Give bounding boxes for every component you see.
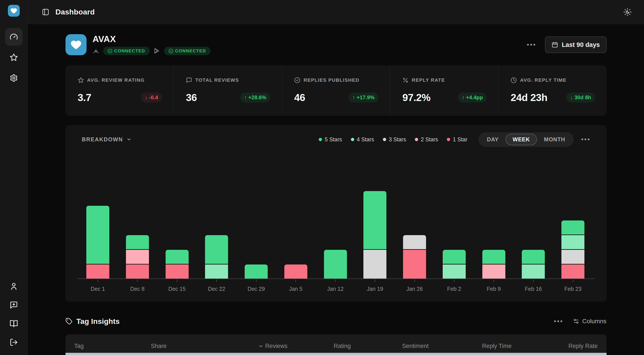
period-toggle: DAY WEEK MONTH [478, 132, 574, 147]
bar-segment [205, 264, 228, 278]
bar-Dec 29[interactable] [245, 264, 268, 278]
app-name: AVAX [93, 34, 210, 44]
stat-value: 97.2% [402, 92, 430, 103]
bar-segment [245, 264, 268, 278]
bar-segment [86, 264, 109, 278]
bar-segment [166, 250, 188, 264]
bar-segment [86, 206, 109, 264]
legend-dot [319, 138, 322, 141]
bar-Jan 5[interactable] [284, 264, 307, 278]
x-axis-label: Feb 2 [436, 286, 473, 292]
chart-legend: 5 Stars 4 Stars 3 Stars 2 Stars 1 Star [319, 136, 468, 143]
x-axis-label: Jan 26 [396, 286, 433, 292]
sidebar-item-dashboard[interactable] [5, 28, 22, 46]
legend-item: 3 Stars [383, 136, 406, 143]
bar-segment [562, 264, 584, 278]
sidebar-item-feedback[interactable] [5, 296, 22, 314]
column-header-share[interactable]: Share [151, 343, 167, 349]
sidebar-item-settings[interactable] [5, 69, 22, 87]
theme-toggle-button[interactable] [623, 8, 632, 17]
bar-segment [522, 264, 545, 278]
stat-delta-badge: ↑+4.4pp [458, 93, 487, 103]
date-range-button[interactable]: Last 90 days [545, 36, 606, 53]
bar-segment [562, 250, 584, 264]
chevron-down-icon [258, 343, 264, 349]
x-axis-label: Dec 1 [79, 286, 116, 292]
bar-Dec 8[interactable] [126, 235, 149, 278]
column-header-rating[interactable]: Rating [334, 343, 351, 349]
bar-Feb 2[interactable] [443, 250, 466, 278]
chart-plot: Dec 1Dec 8Dec 15Dec 22Dec 29Jan 5Jan 12J… [78, 149, 594, 279]
app-avatar [66, 34, 86, 55]
stat-avg-reply-time: AVG. REPLY TIME 24d 23h ↓30d 8h [498, 65, 606, 116]
chevron-down-icon [126, 137, 132, 142]
gear-icon [10, 74, 18, 82]
axis-tick [98, 279, 98, 282]
stat-value: 46 [294, 92, 305, 103]
more-actions-icon[interactable] [527, 42, 536, 48]
axis-tick [216, 279, 217, 282]
bar-Feb 16[interactable] [522, 250, 545, 278]
column-header-tag[interactable]: Tag [74, 343, 84, 349]
period-option-day[interactable]: DAY [480, 134, 506, 145]
table-more-icon[interactable] [554, 318, 564, 324]
sidebar-item-docs[interactable] [5, 315, 22, 332]
stat-avg-review-rating: AVG. REVIEW RATING 3.7 ↓-0.4 [66, 65, 174, 116]
column-header-reply-time[interactable]: Reply Time [482, 343, 512, 349]
stat-value: 36 [186, 92, 197, 103]
bar-segment [364, 250, 386, 278]
stat-reply-rate: REPLY RATE 97.2% ↑+4.4pp [390, 65, 498, 116]
column-header-reviews[interactable]: Reviews [258, 343, 288, 349]
table-row-strip [66, 353, 606, 355]
breakdown-selector[interactable]: BREAKDOWN [82, 136, 132, 143]
bar-Jan 26[interactable] [403, 235, 426, 278]
app-logo[interactable] [8, 5, 20, 17]
columns-button[interactable]: Columns [573, 318, 606, 325]
legend-dot [383, 138, 386, 141]
chart-more-icon[interactable] [581, 136, 591, 143]
bar-Dec 1[interactable] [86, 206, 109, 278]
bar-segment [403, 235, 426, 249]
bar-segment [205, 235, 228, 264]
app-store-status-badge: CONNECTED [103, 47, 150, 55]
sidebar-item-account[interactable] [5, 278, 22, 295]
period-option-week[interactable]: WEEK [506, 134, 537, 145]
column-header-sentiment[interactable]: Sentiment [402, 343, 429, 349]
bar-segment [443, 250, 466, 264]
axis-tick [137, 279, 138, 282]
legend-item: 5 Stars [319, 136, 342, 143]
column-header-reply-rate[interactable]: Reply Rate [568, 343, 598, 349]
clock-icon [510, 77, 517, 83]
bar-Jan 12[interactable] [324, 250, 347, 278]
bar-segment [403, 250, 426, 278]
sliders-icon [573, 318, 579, 324]
stat-value: 3.7 [78, 92, 91, 103]
axis-tick [177, 279, 177, 282]
star-icon [78, 77, 84, 83]
check-circle-icon [168, 49, 173, 54]
sidebar-item-reviews[interactable] [5, 49, 22, 66]
bar-Feb 9[interactable] [482, 250, 505, 278]
x-axis-label: Dec 15 [158, 286, 196, 292]
x-axis-label: Dec 8 [119, 286, 156, 292]
bar-segment [364, 191, 386, 249]
x-axis-line [78, 278, 594, 279]
calendar-icon [552, 42, 558, 48]
heart-icon [70, 39, 82, 51]
bar-Feb 23[interactable] [562, 220, 584, 278]
bar-Jan 19[interactable] [364, 191, 386, 278]
sidebar-item-logout[interactable] [5, 333, 22, 351]
legend-item: 1 Star [447, 136, 468, 143]
period-option-month[interactable]: MONTH [537, 134, 572, 145]
axis-tick [454, 279, 454, 282]
stat-value: 24d 23h [510, 92, 548, 103]
user-icon [10, 282, 18, 290]
tag-icon [66, 318, 72, 325]
bar-Dec 22[interactable] [205, 235, 228, 278]
tag-insights-table: Tag Share Reviews Rating Sentiment Reply… [66, 334, 606, 355]
stat-delta-badge: ↓30d 8h [566, 93, 595, 103]
sidebar-toggle-button[interactable] [42, 8, 49, 16]
bar-Dec 15[interactable] [166, 250, 188, 278]
x-axis-label: Feb 16 [515, 286, 552, 292]
topbar: Dashboard [28, 0, 644, 24]
